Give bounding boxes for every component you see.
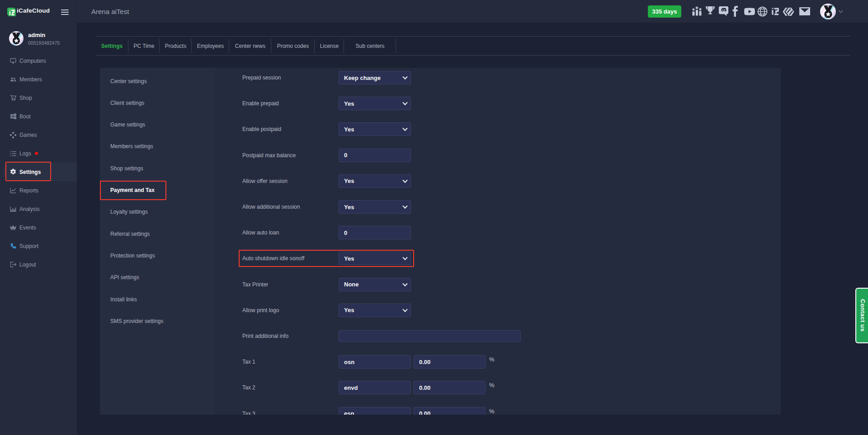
svg-text:PLATINUM: PLATINUM (824, 5, 832, 7)
svg-text:PLATINUM: PLATINUM (12, 33, 20, 34)
